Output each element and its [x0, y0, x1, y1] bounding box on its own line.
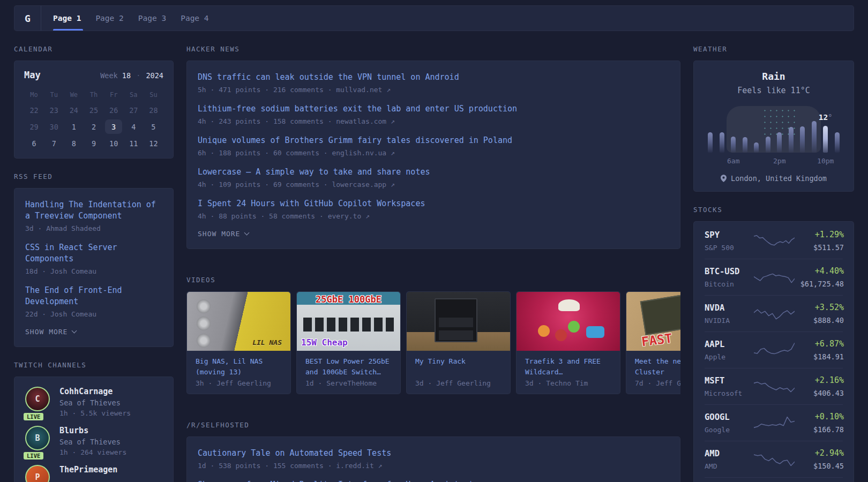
chevron-down-icon	[72, 328, 77, 334]
app-logo[interactable]: G	[14, 6, 41, 31]
stock-name: NVIDIA	[705, 317, 754, 325]
video-title-link[interactable]: Big NAS, Lil NAS (moving 13)	[196, 356, 282, 378]
weather-hour-slot	[751, 142, 762, 153]
hn-item-link[interactable]: Lowercase – A simple way to take and sha…	[198, 167, 430, 178]
rss-item-link[interactable]: CSS in React Server Components	[25, 242, 162, 265]
calendar-weekday: Su	[144, 89, 163, 101]
hn-item-meta: 4h · 88 points · 58 comments · every.to …	[198, 212, 669, 220]
reddit-item-link[interactable]: Cautionary Tale on Automated Speed Tests	[198, 448, 391, 459]
weather-hour-slot	[716, 132, 728, 153]
twitch-channel-meta: 1h · 5.5k viewers	[59, 409, 131, 417]
calendar-day: 23	[44, 103, 64, 117]
weather-bar	[812, 121, 817, 153]
video-meta: 3d · Techno Tim	[525, 379, 611, 387]
calendar-day: 24	[64, 103, 84, 117]
twitch-channel-row[interactable]: P ThePrimeagen	[25, 465, 162, 482]
video-title-link[interactable]: Traefik 3 and FREE Wildcard…	[525, 356, 611, 378]
switch-ports-shape	[303, 318, 394, 332]
hn-item-meta: 6h · 188 points · 60 comments · english.…	[198, 149, 669, 157]
calendar-week-label: Week 18 · 2024	[100, 71, 163, 80]
hn-item-link[interactable]: Lithium-free sodium batteries exit the l…	[198, 103, 517, 115]
server-rack-shape	[435, 298, 477, 342]
stock-row[interactable]: AAPL Apple +6.87% $184.91	[705, 332, 843, 368]
twitch-channel-name[interactable]: CohhCarnage	[59, 387, 131, 396]
rss-item: CSS in React Server Components 18d · Jos…	[25, 242, 162, 275]
twitch-avatar[interactable]: C	[25, 387, 50, 411]
tab-page-4[interactable]: Page 4	[181, 6, 208, 31]
rss-item-link[interactable]: Handling The Indentation of a Treeview C…	[25, 199, 162, 222]
weather-section-title: WEATHER	[693, 45, 854, 53]
calendar-day: 1	[64, 119, 84, 134]
stock-row[interactable]: MSFT Microsoft +2.16% $406.43	[705, 368, 843, 404]
cap-shape	[558, 299, 580, 311]
weather-current-temp: 12°	[819, 113, 833, 122]
weather-bar	[743, 137, 747, 153]
hn-show-more-button[interactable]: SHOW MORE	[198, 230, 669, 238]
video-thumbnail[interactable]	[407, 292, 510, 351]
video-title-link[interactable]: My Tiny Rack	[415, 356, 502, 367]
calendar-day: 22	[24, 103, 44, 117]
stock-row[interactable]: AMD AMD +2.94% $150.45	[705, 441, 843, 477]
video-title-link[interactable]: Meet the new Linux Cluster	[635, 356, 680, 378]
calendar-day: 5	[144, 119, 163, 134]
weather-bar	[720, 132, 724, 153]
stock-row[interactable]: RDDT -1.65%	[705, 477, 843, 482]
stock-row[interactable]: BTC-USD Bitcoin +4.40% $61,725.48	[705, 259, 843, 295]
stock-row[interactable]: SPY S&P 500 +1.29% $511.57	[705, 223, 843, 259]
stock-row[interactable]: GOOGL Google +0.10% $166.78	[705, 404, 843, 441]
weather-hour-slot	[762, 137, 774, 153]
hn-item-link[interactable]: Unique volumes of Brothers Grimm fairy t…	[198, 135, 512, 146]
twitch-channel-name[interactable]: ThePrimeagen	[59, 465, 117, 475]
top-navigation-bar: G Page 1 Page 2 Page 3 Page 4	[14, 5, 854, 31]
hn-item-link[interactable]: I Spent 24 Hours with GitHub Copilot Wor…	[198, 198, 425, 209]
reddit-item-link[interactable]: Showcase of my Mixed Reality Interface f…	[198, 479, 474, 482]
stock-change: +6.87%	[795, 339, 844, 349]
twitch-avatar[interactable]: B	[25, 426, 50, 450]
rss-item-link[interactable]: The End of Front-End Development	[25, 285, 162, 307]
weather-chart-wrap: 6am2pm10pm12°	[705, 106, 843, 153]
weather-bar-current	[823, 126, 828, 153]
stock-ticker: AAPL	[705, 340, 754, 349]
weather-time-label: 6am	[727, 157, 739, 165]
calendar-weekday: Tu	[44, 89, 64, 101]
icon-blob	[555, 329, 567, 341]
weather-bar	[766, 137, 770, 153]
weather-hour-slot	[785, 127, 797, 153]
stock-row[interactable]: NVDA NVIDIA +3.52% $888.40	[705, 295, 843, 332]
page-tabs: Page 1 Page 2 Page 3 Page 4	[41, 6, 209, 31]
stock-price: $184.91	[795, 352, 844, 361]
twitch-channel-row[interactable]: C LIVE CohhCarnage Sea of Thieves 1h · 5…	[25, 387, 162, 417]
stock-change: +2.16%	[795, 375, 844, 385]
weather-bar	[777, 132, 782, 153]
tab-page-1[interactable]: Page 1	[53, 6, 81, 31]
tab-page-2[interactable]: Page 2	[95, 6, 123, 31]
video-thumbnail[interactable]: LIL NAS	[187, 292, 290, 351]
calendar-weekday: Mo	[24, 89, 44, 101]
stock-price: $888.40	[795, 316, 844, 325]
weather-hour-slot: 2pm	[774, 132, 785, 153]
video-title-link[interactable]: BEST Low Power 25GbE and 100GbE Switch…	[305, 356, 392, 378]
stock-name: Microsoft	[705, 389, 754, 397]
stock-sparkline	[754, 267, 795, 288]
video-thumbnail[interactable]: 25GbE 100GbE 15W Cheap	[297, 292, 400, 351]
calendar-day: 30	[44, 119, 64, 134]
video-thumbnail[interactable]	[517, 292, 620, 351]
calendar-day: 26	[104, 103, 124, 117]
calendar-day: 11	[124, 136, 144, 150]
weather-chart: 6am2pm10pm12°	[705, 106, 843, 153]
twitch-avatar[interactable]: P	[25, 465, 50, 482]
calendar-weekday: Th	[84, 89, 103, 101]
tab-page-3[interactable]: Page 3	[138, 6, 166, 31]
weather-bar	[789, 127, 794, 153]
thumbnail-overlay-text: 25GbE 100GbE	[297, 294, 400, 305]
twitch-channel-row[interactable]: B LIVE Blurbs Sea of Thieves 1h · 264 vi…	[25, 426, 162, 456]
stocks-widget: SPY S&P 500 +1.29% $511.57 BTC-USD Bitco…	[693, 221, 854, 482]
twitch-channel-name[interactable]: Blurbs	[59, 426, 126, 435]
video-thumbnail[interactable]: FAST	[626, 292, 680, 351]
hn-item-link[interactable]: DNS traffic can leak outside the VPN tun…	[198, 72, 459, 83]
hackernews-widget: DNS traffic can leak outside the VPN tun…	[186, 61, 680, 249]
stock-sparkline	[754, 340, 795, 361]
calendar-day: 2	[84, 119, 103, 134]
rss-show-more-button[interactable]: SHOW MORE	[25, 328, 162, 336]
calendar-grid: MoTuWeThFrSaSu22232425262728293012345678…	[24, 89, 163, 150]
